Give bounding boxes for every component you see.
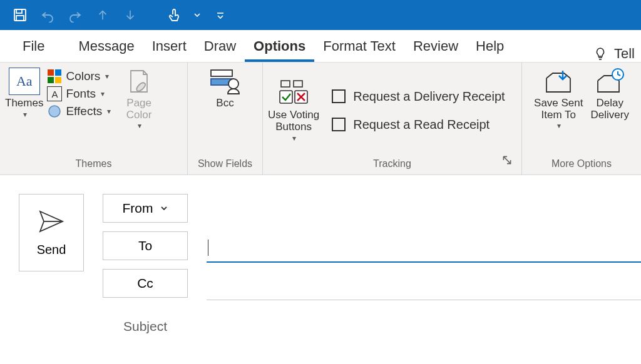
- save-icon[interactable]: [11, 6, 29, 24]
- request-read-receipt-checkbox[interactable]: Request a Read Receipt: [332, 118, 505, 132]
- undo-icon[interactable]: [39, 6, 56, 24]
- group-show-fields-label: Show Fields: [193, 154, 257, 174]
- checkbox-icon: [332, 89, 346, 103]
- tab-insert[interactable]: Insert: [143, 32, 195, 62]
- to-button[interactable]: To: [103, 231, 188, 260]
- up-arrow-icon[interactable]: [94, 6, 111, 24]
- send-icon: [38, 209, 65, 234]
- colors-icon: [47, 69, 62, 84]
- svg-rect-4: [55, 69, 61, 76]
- ribbon-tabs: File Message Insert Draw Options Format …: [0, 30, 641, 63]
- svg-point-10: [228, 79, 238, 89]
- request-delivery-receipt-checkbox[interactable]: Request a Delivery Receipt: [332, 89, 505, 104]
- delay-delivery-button[interactable]: Delay Delivery: [591, 66, 629, 121]
- save-sent-icon: [543, 67, 574, 96]
- colors-button[interactable]: Colors▾: [47, 69, 111, 84]
- svg-rect-8: [211, 70, 232, 76]
- tell-me-search[interactable]: Tell: [593, 46, 641, 62]
- subject-field[interactable]: [207, 313, 641, 341]
- down-arrow-icon[interactable]: [121, 6, 139, 24]
- tab-draw[interactable]: Draw: [195, 32, 245, 62]
- lightbulb-icon: [593, 46, 608, 61]
- text-caret: [208, 240, 208, 256]
- tab-file[interactable]: File: [14, 32, 53, 62]
- save-sent-item-to-button[interactable]: Save Sent Item To ▾: [534, 66, 583, 131]
- touch-mode-icon[interactable]: [165, 6, 183, 24]
- touch-dropdown-icon[interactable]: [193, 6, 202, 24]
- compose-area: Send From To Cc Subject: [0, 175, 641, 350]
- subject-label: Subject: [103, 319, 188, 334]
- bcc-icon: [208, 66, 242, 96]
- svg-rect-1: [16, 9, 22, 13]
- page-color-button[interactable]: Page Color ▾: [121, 66, 157, 131]
- svg-point-7: [49, 106, 60, 117]
- svg-rect-11: [281, 81, 290, 87]
- effects-icon: [47, 104, 62, 119]
- group-tracking-label: Tracking: [373, 154, 411, 174]
- checkbox-icon: [332, 118, 346, 131]
- themes-button[interactable]: Aa Themes ▾: [5, 66, 43, 119]
- bcc-button[interactable]: Bcc: [207, 66, 244, 109]
- page-color-icon: [125, 67, 153, 96]
- use-voting-buttons[interactable]: Use Voting Buttons ▾: [268, 78, 319, 143]
- group-themes: Aa Themes ▾ Colors▾ A Fonts▾ Effects▾: [0, 63, 188, 174]
- tab-help[interactable]: Help: [467, 32, 513, 62]
- delay-delivery-icon: [594, 67, 625, 96]
- chevron-down-icon: [160, 204, 168, 213]
- tab-options[interactable]: Options: [245, 32, 314, 62]
- svg-rect-12: [294, 81, 302, 87]
- to-field[interactable]: [207, 234, 641, 263]
- svg-rect-2: [16, 16, 24, 21]
- send-button[interactable]: Send: [19, 194, 84, 271]
- dialog-launcher-icon[interactable]: [501, 154, 513, 166]
- group-themes-label: Themes: [5, 154, 182, 174]
- svg-rect-13: [280, 91, 292, 103]
- group-more-options: Save Sent Item To ▾ Delay Delivery More …: [522, 63, 641, 174]
- from-button[interactable]: From: [103, 194, 188, 223]
- effects-button[interactable]: Effects▾: [47, 104, 111, 119]
- tab-format-text[interactable]: Format Text: [314, 32, 404, 62]
- ribbon-body: Aa Themes ▾ Colors▾ A Fonts▾ Effects▾: [0, 63, 641, 175]
- tab-message[interactable]: Message: [69, 32, 143, 62]
- fonts-button[interactable]: A Fonts▾: [47, 86, 111, 101]
- chevron-down-icon: ▾: [23, 111, 27, 119]
- tab-review[interactable]: Review: [404, 32, 467, 62]
- svg-rect-3: [48, 69, 54, 76]
- cc-field[interactable]: [207, 271, 641, 300]
- fonts-icon: A: [47, 86, 62, 101]
- customize-qat-icon[interactable]: [212, 6, 229, 24]
- group-tracking: Use Voting Buttons ▾ Request a Delivery …: [263, 63, 522, 174]
- svg-rect-5: [48, 77, 54, 83]
- redo-icon[interactable]: [66, 6, 84, 24]
- from-field[interactable]: [207, 196, 641, 225]
- group-more-options-label: More Options: [527, 154, 636, 174]
- tell-me-label: Tell: [614, 46, 635, 62]
- svg-rect-6: [55, 77, 61, 83]
- title-bar: [0, 0, 641, 30]
- voting-icon: [276, 78, 311, 108]
- cc-button[interactable]: Cc: [103, 269, 188, 298]
- group-show-fields: Bcc Show Fields: [188, 63, 263, 174]
